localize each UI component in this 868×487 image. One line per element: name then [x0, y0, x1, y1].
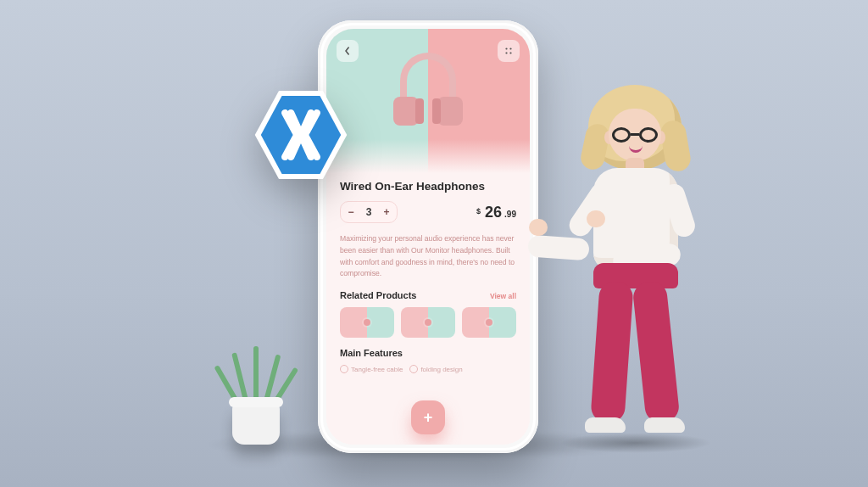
features-row: Tangle-free cable folding design [340, 365, 516, 373]
svg-point-0 [505, 48, 507, 49]
product-content: Wired On-Ear Headphones − 3 + $ 26 .99 M… [326, 173, 530, 445]
app-screen: Wired On-Ear Headphones − 3 + $ 26 .99 M… [326, 29, 530, 445]
price-fraction: .99 [504, 210, 516, 219]
related-header: Related Products View all [340, 290, 516, 300]
grid-menu-icon [504, 47, 513, 55]
hero-fade [326, 139, 530, 173]
feature-item: folding design [409, 365, 462, 373]
svg-point-1 [509, 48, 511, 49]
add-to-cart-fab[interactable]: + [411, 400, 445, 434]
plant-pot [232, 402, 280, 445]
product-title: Wired On-Ear Headphones [340, 180, 516, 193]
qty-increment-button[interactable]: + [376, 202, 397, 222]
related-product-card[interactable] [462, 307, 516, 338]
related-product-card[interactable] [340, 307, 394, 338]
svg-point-3 [509, 52, 511, 53]
quantity-stepper[interactable]: − 3 + [340, 201, 398, 223]
related-products-row [340, 307, 516, 338]
check-icon [409, 365, 418, 373]
presenter-character [534, 85, 729, 450]
check-icon [340, 365, 348, 373]
phone-mockup: Wired On-Ear Headphones − 3 + $ 26 .99 M… [318, 20, 538, 453]
qty-price-row: − 3 + $ 26 .99 [340, 201, 516, 223]
chevron-left-icon [343, 47, 352, 55]
related-heading: Related Products [340, 290, 416, 300]
product-price: $ 26 .99 [476, 204, 516, 221]
feature-label: folding design [420, 366, 462, 373]
xamarin-logo-icon [251, 85, 351, 185]
back-button[interactable] [337, 40, 359, 62]
headphones-illustration [390, 48, 466, 132]
potted-plant [222, 334, 290, 445]
qty-value: 3 [361, 206, 376, 218]
product-hero [326, 29, 530, 173]
product-thumb-icon [425, 319, 431, 326]
related-product-card[interactable] [401, 307, 455, 338]
related-view-all-link[interactable]: View all [490, 292, 516, 300]
feature-item: Tangle-free cable [340, 365, 403, 373]
svg-point-2 [505, 52, 507, 53]
price-currency: $ [476, 207, 481, 216]
product-thumb-icon [486, 319, 492, 326]
plus-icon: + [424, 409, 433, 427]
menu-button[interactable] [498, 40, 520, 62]
qty-decrement-button[interactable]: − [341, 202, 361, 222]
product-thumb-icon [364, 319, 370, 326]
price-whole: 26 [485, 204, 502, 221]
feature-label: Tangle-free cable [351, 366, 403, 373]
xamarin-badge [251, 85, 351, 185]
features-header: Main Features [340, 348, 516, 358]
product-description: Maximizing your personal audio experienc… [340, 233, 516, 280]
features-heading: Main Features [340, 348, 403, 358]
promo-scene: Wired On-Ear Headphones − 3 + $ 26 .99 M… [0, 0, 868, 487]
